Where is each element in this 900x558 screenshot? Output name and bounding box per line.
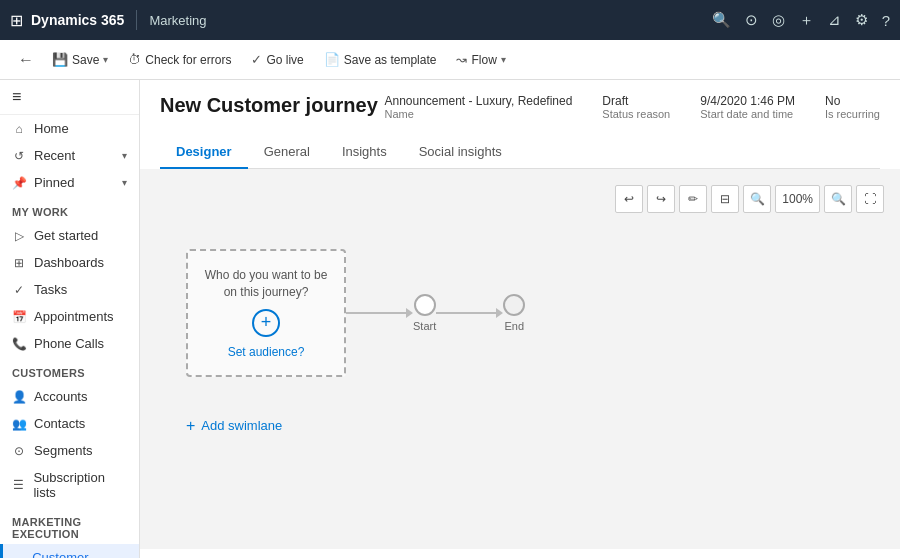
redo-button[interactable]: ↪ [647,185,675,213]
sidebar-item-pinned-label: Pinned [34,175,74,190]
hamburger-icon[interactable]: ≡ [12,88,21,106]
flow-icon: ↝ [456,52,467,67]
customers-section-header: Customers [0,357,139,383]
zoom-in-button[interactable]: 🔍 [824,185,852,213]
sidebar-item-home[interactable]: ⌂ Home [0,115,139,142]
app-name: Dynamics 365 [31,12,124,28]
sidebar-item-subscription-lists[interactable]: ☰ Subscription lists [0,464,139,506]
sidebar-item-tasks[interactable]: ✓ Tasks [0,276,139,303]
save-template-button[interactable]: 📄 Save as template [316,48,445,71]
main-body: ≡ ⌂ Home ↺ Recent ▾ 📌 Pinned ▾ My Work ▷… [0,80,900,558]
set-audience-plus-button[interactable]: + [252,309,280,337]
gear-icon[interactable]: ⚙ [855,11,868,29]
sidebar-item-appointments[interactable]: 📅 Appointments [0,303,139,330]
sidebar-item-accounts[interactable]: 👤 Accounts [0,383,139,410]
flow-button[interactable]: ↝ Flow ▾ [448,48,513,71]
sidebar-item-subscription-lists-label: Subscription lists [33,470,127,500]
save-icon: 💾 [52,52,68,67]
audience-question: Who do you want to be on this journey? [204,267,328,301]
add-swimlane-button[interactable]: + Add swimlane [186,417,854,435]
journey-canvas: Who do you want to be on this journey? +… [156,229,884,397]
sidebar-item-recent[interactable]: ↺ Recent ▾ [0,142,139,169]
sidebar-item-get-started[interactable]: ▷ Get started [0,222,139,249]
designer-toolbar: ↩ ↪ ✏ ⊟ 🔍 100% 🔍 ⛶ [156,185,884,213]
page-title: New Customer journey [160,94,378,117]
location-icon[interactable]: ◎ [772,11,785,29]
connector-to-end [436,308,503,318]
sidebar-item-dashboards[interactable]: ⊞ Dashboards [0,249,139,276]
segments-icon: ⊙ [12,444,26,458]
end-label: End [504,320,524,332]
check-icon[interactable]: ⊙ [745,11,758,29]
filter-icon[interactable]: ⊿ [828,11,841,29]
back-button[interactable]: ← [12,47,40,73]
recent-expand-icon[interactable]: ▾ [122,150,127,161]
meta-fields: Announcement - Luxury, Redefined Name Dr… [384,94,880,122]
tab-insights[interactable]: Insights [326,136,403,169]
meta-recurring-value: No [825,94,880,108]
save-dropdown-arrow[interactable]: ▾ [103,54,108,65]
split-button[interactable]: ⊟ [711,185,739,213]
template-icon: 📄 [324,52,340,67]
sidebar-item-pinned[interactable]: 📌 Pinned ▾ [0,169,139,196]
content-header: New Customer journey Announcement - Luxu… [140,80,900,169]
edit-button[interactable]: ✏ [679,185,707,213]
grid-icon[interactable]: ⊞ [10,11,23,30]
sidebar-item-customer-journeys-label: Customer journeys [32,550,127,558]
flow-dropdown-arrow[interactable]: ▾ [501,54,506,65]
meta-status-label: Status reason [602,108,670,120]
tab-social-insights[interactable]: Social insights [403,136,518,169]
tab-general[interactable]: General [248,136,326,169]
sidebar-item-contacts-label: Contacts [34,416,85,431]
save-button[interactable]: 💾 Save ▾ [44,48,116,71]
sidebar-item-recent-label: Recent [34,148,75,163]
start-circle [414,294,436,316]
home-icon: ⌂ [12,122,26,136]
title-row: New Customer journey Announcement - Luxu… [160,94,880,122]
end-node: End [503,294,525,332]
top-nav-icons: 🔍 ⊙ ◎ ＋ ⊿ ⚙ ? [712,11,890,30]
subscription-lists-icon: ☰ [12,478,25,492]
sidebar-item-segments[interactable]: ⊙ Segments [0,437,139,464]
meta-date-value: 9/4/2020 1:46 PM [700,94,795,108]
meta-name-value: Announcement - Luxury, Redefined [384,94,572,108]
help-icon[interactable]: ? [882,12,890,29]
sidebar-item-home-label: Home [34,121,69,136]
phone-calls-icon: 📞 [12,337,26,351]
zoom-out-button[interactable]: 🔍 [743,185,771,213]
fullscreen-button[interactable]: ⛶ [856,185,884,213]
end-circle [503,294,525,316]
sidebar-item-get-started-label: Get started [34,228,98,243]
pinned-expand-icon[interactable]: ▾ [122,177,127,188]
tab-designer[interactable]: Designer [160,136,248,169]
sidebar-item-segments-label: Segments [34,443,93,458]
plus-icon[interactable]: ＋ [799,11,814,30]
sidebar-item-tasks-label: Tasks [34,282,67,297]
my-work-section-header: My Work [0,196,139,222]
meta-date-label: Start date and time [700,108,795,120]
contacts-icon: 👥 [12,417,26,431]
marketing-section-header: Marketing execution [0,506,139,544]
go-live-button[interactable]: ✓ Go live [243,48,311,71]
sidebar-item-contacts[interactable]: 👥 Contacts [0,410,139,437]
undo-button[interactable]: ↩ [615,185,643,213]
add-swimlane-icon: + [186,417,195,435]
sidebar: ≡ ⌂ Home ↺ Recent ▾ 📌 Pinned ▾ My Work ▷… [0,80,140,558]
check-errors-button[interactable]: ⏱ Check for errors [120,48,239,71]
recent-icon: ↺ [12,149,26,163]
top-nav: ⊞ Dynamics 365 Marketing 🔍 ⊙ ◎ ＋ ⊿ ⚙ ? [0,0,900,40]
search-icon[interactable]: 🔍 [712,11,731,29]
set-audience-link[interactable]: Set audience? [228,345,305,359]
zoom-level: 100% [775,185,820,213]
clock-icon: ⏱ [128,52,141,67]
sidebar-item-customer-journeys[interactable]: ↝ Customer journeys [0,544,139,558]
connector-arrow-1 [406,308,413,318]
meta-name-label: Name [384,108,572,120]
meta-status-value: Draft [602,94,670,108]
sidebar-item-phone-calls[interactable]: 📞 Phone Calls [0,330,139,357]
audience-box: Who do you want to be on this journey? +… [186,249,346,377]
meta-recurring-label: Is recurring [825,108,880,120]
module-name: Marketing [149,13,206,28]
sidebar-item-dashboards-label: Dashboards [34,255,104,270]
tasks-icon: ✓ [12,283,26,297]
